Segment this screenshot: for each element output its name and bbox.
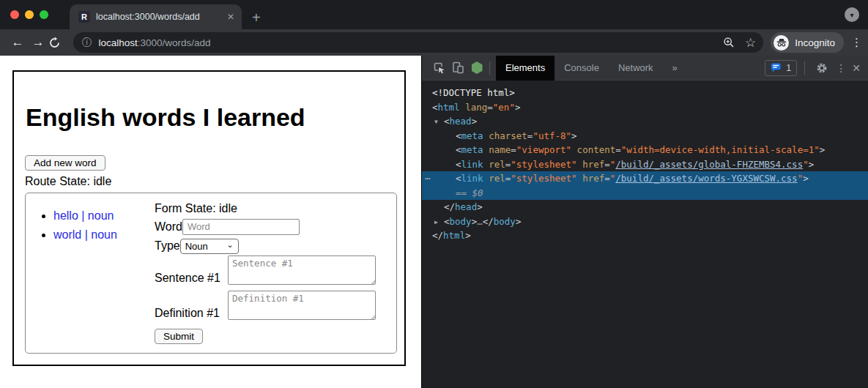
chevron-down-icon: ⌄ [226,240,233,250]
back-button[interactable]: ← [7,35,28,50]
node-hexagon-icon [472,61,483,74]
devtools-tab-elements[interactable]: Elements [496,56,554,81]
url-path: :3000/words/add [138,37,211,48]
device-toolbar-icon [452,61,464,74]
words-panel: hello | nounworld | noun Form State: idl… [25,193,397,354]
incognito-label: Incognito [795,37,835,48]
word-link[interactable]: world | noun [53,228,117,241]
sentence-textarea[interactable] [228,255,376,285]
dom-tree-line[interactable]: <meta name="viewport" content="width=dev… [422,143,868,157]
devtools-tabs: ElementsConsoleNetwork» [496,56,687,81]
zoom-window-button[interactable] [40,10,48,19]
devtools-toolbar: ElementsConsoleNetwork» 1 [422,56,868,81]
window-controls [10,10,48,19]
issues-icon [771,62,782,73]
dom-tree-line[interactable]: <meta charset="utf-8"> [422,129,868,143]
devtools-panel: ElementsConsoleNetwork» 1 [421,56,868,388]
dom-tree-line[interactable]: <link rel="stylesheet" href="/build/_ass… [422,157,868,172]
address-bar[interactable]: ⓘ localhost:3000/words/add ☆ [73,32,763,53]
tab-close-icon[interactable]: ✕ [227,12,234,22]
dom-tree-line[interactable]: == $0 [422,186,868,201]
dom-tree-line[interactable]: <html lang="en"> [422,100,868,115]
remix-favicon-icon: R [78,11,90,23]
device-toolbar-button[interactable] [448,59,467,78]
incognito-badge[interactable]: Incognito [771,32,844,53]
add-new-word-button[interactable]: Add new word [25,155,105,171]
submit-button[interactable]: Submit [155,329,203,344]
new-tab-button[interactable]: + [252,10,261,25]
reload-button[interactable] [48,37,69,49]
site-info-icon[interactable]: ⓘ [82,36,92,49]
devtools-close-button[interactable]: ✕ [852,62,861,74]
word-list-item: hello | noun [53,206,155,225]
devtools-tab-more-tabs[interactable]: » [663,56,687,81]
devtools-tab-console[interactable]: Console [554,56,609,81]
definition-label: Definition #1 [155,307,228,320]
definition-textarea[interactable] [228,291,376,320]
expand-arrow-down-icon[interactable]: ▼ [434,115,444,130]
content-area: English words I learned Add new word Rou… [0,56,868,388]
tab-search-button[interactable]: ▾ [845,7,859,22]
inspect-element-button[interactable] [429,59,448,78]
dom-tree-line[interactable]: ▼<head> [422,114,868,129]
node-extension-button[interactable] [467,59,486,78]
tab-strip: R localhost:3000/words/add ✕ + ▾ [0,0,868,29]
dom-tree-line[interactable]: </head> [422,200,868,214]
dom-tree-line[interactable]: ▶<body>…</body> [422,214,868,229]
minimize-window-button[interactable] [25,10,34,19]
sentence-label: Sentence #1 [155,272,228,285]
issues-count: 1 [786,63,791,73]
devtools-menu-button[interactable]: ⋮ [836,62,846,74]
line-gutter-menu-icon[interactable]: ⋯ [425,171,431,186]
expand-arrow-right-icon[interactable]: ▶ [434,215,444,230]
word-list-item: world | noun [53,225,155,245]
browser-tab[interactable]: R localhost:3000/words/add ✕ [70,4,242,29]
browser-menu-button[interactable]: ⋮ [851,36,862,49]
tab-title: localhost:3000/words/add [96,12,223,22]
web-page: English words I learned Add new word Rou… [0,56,421,388]
word-link[interactable]: hello | noun [53,209,114,222]
word-input[interactable] [182,219,300,235]
browser-window: R localhost:3000/words/add ✕ + ▾ ← → ⓘ l… [0,0,868,388]
type-select[interactable]: Noun ⌄ [180,239,239,254]
reload-icon [48,37,61,49]
devtools-settings-button[interactable] [812,59,831,78]
inspect-icon [433,61,445,74]
toolbar-divider [804,61,805,75]
route-state-text: Route State: idle [25,175,397,188]
toolbar-divider [489,61,490,75]
close-window-button[interactable] [10,10,19,19]
word-label: Word [155,220,182,234]
type-label: Type [155,239,180,253]
gear-icon [816,62,828,74]
forward-button[interactable]: → [28,35,48,50]
page-container: English words I learned Add new word Rou… [12,70,406,366]
form-state-text: Form State: idle [155,202,376,215]
browser-toolbar: ← → ⓘ localhost:3000/words/add ☆ [0,29,868,56]
url-host: localhost [99,37,138,48]
url-text: localhost:3000/words/add [99,37,713,48]
dom-tree-line[interactable]: </html> [422,228,868,243]
word-form: Form State: idle Word Type Noun ⌄ [155,202,376,353]
dom-tree-line[interactable]: ⋯<link rel="stylesheet" href="/build/_as… [422,171,868,186]
type-select-value: Noun [185,241,227,252]
page-title: English words I learned [26,104,397,131]
word-list: hello | nounworld | noun [26,206,155,353]
elements-tree: <!DOCTYPE html><html lang="en">▼<head><m… [422,81,868,388]
bookmark-star-icon[interactable]: ☆ [745,35,756,51]
incognito-icon [774,35,789,51]
devtools-tab-network[interactable]: Network [609,56,663,81]
zoom-icon[interactable] [723,37,735,48]
issues-button[interactable]: 1 [765,60,797,76]
dom-tree-line[interactable]: <!DOCTYPE html> [422,86,868,100]
